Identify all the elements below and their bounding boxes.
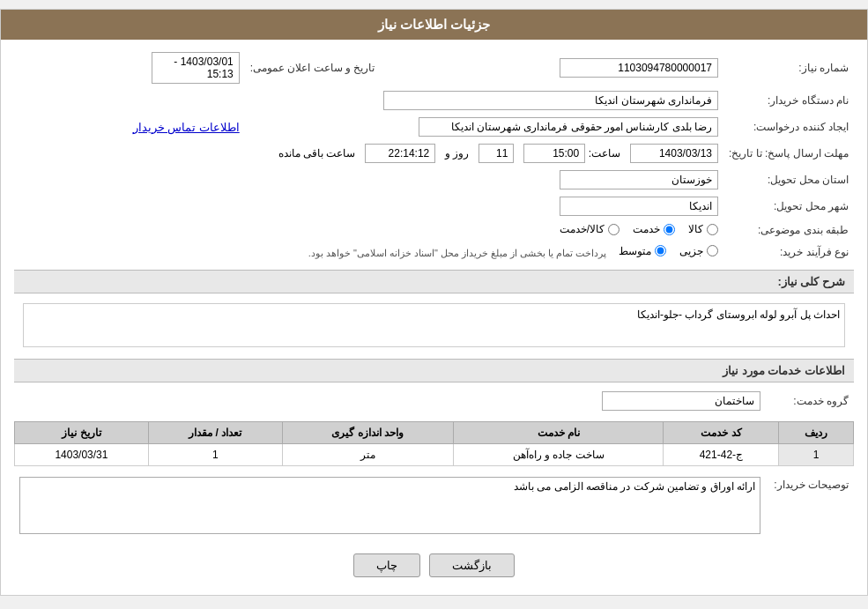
contact-link[interactable]: اطلاعات تماس خریدار [133, 121, 240, 134]
cell-qty: 1 [148, 444, 282, 466]
category-kala-label: کالا [688, 223, 703, 235]
city-label: شهر محل تحویل: [723, 193, 854, 219]
city-value: اندیکا [560, 197, 718, 216]
remaining-time: 22:14:12 [365, 144, 435, 163]
main-container: جزئیات اطلاعات نیاز شماره نیاز: 11030947… [0, 9, 868, 596]
buyer-org-label: نام دستگاه خریدار: [723, 87, 854, 114]
page-header: جزئیات اطلاعات نیاز [1, 10, 867, 40]
service-group-value: ساختمان [602, 391, 760, 411]
cell-name: ساخت جاده و راه‌آهن [454, 444, 664, 466]
col-header-date: تاریخ نیاز [15, 422, 149, 444]
category-option-both: کالا/خدمت [560, 223, 619, 235]
buyer-desc-label: توصیحات خریدار: [766, 473, 854, 540]
need-description-value: احداث پل آبرو لوله ابروستای گرداب -جلو-ا… [23, 303, 845, 347]
col-header-qty: تعداد / مقدار [148, 422, 282, 444]
service-group-form: گروه خدمت: ساختمان [14, 388, 854, 414]
purchase-type-jozii: جزیی [679, 245, 718, 257]
announce-date-cell: 1403/03/01 - 15:13 [14, 48, 245, 87]
page-title: جزئیات اطلاعات نیاز [378, 17, 490, 32]
buyer-desc-textarea[interactable] [19, 477, 760, 534]
need-number-value: 1103094780000017 [560, 58, 718, 78]
creator-value: رضا بلدی کارشناس امور حقوقی فرمانداری شه… [419, 117, 718, 137]
purchase-type-cell: جزیی متوسط پرداخت تمام یا بخشی از مبلغ خ… [14, 241, 723, 264]
category-kala-radio[interactable] [707, 224, 718, 235]
deadline-time: 15:00 [523, 144, 585, 163]
creator-label: ایجاد کننده درخواست: [723, 114, 854, 140]
province-cell: خوزستان [14, 167, 723, 193]
category-cell: کالا خدمت کالا/خدمت [14, 219, 723, 241]
purchase-jozii-radio[interactable] [707, 245, 718, 256]
remaining-time-label: ساعت باقی مانده [278, 147, 356, 160]
purchase-type-group: جزیی متوسط [619, 245, 718, 257]
services-label: اطلاعات خدمات مورد نیاز [723, 364, 845, 377]
cell-code: ج-42-421 [664, 444, 779, 466]
content-area: شماره نیاز: 1103094780000017 تاریخ و ساع… [1, 40, 867, 595]
category-radio-group: کالا خدمت کالا/خدمت [560, 223, 718, 235]
buyer-desc-cell [14, 473, 766, 540]
purchase-type-note: پرداخت تمام یا بخشی از مبلغ خریداز محل "… [308, 248, 607, 258]
buyer-org-value: فرمانداری شهرستان اندیکا [383, 91, 718, 110]
need-description-label: شرح کلی نیاز: [777, 275, 845, 288]
category-both-label: کالا/خدمت [560, 223, 605, 235]
category-khedmat-label: خدمت [633, 223, 660, 235]
category-label: طبقه بندی موضوعی: [723, 219, 854, 241]
cell-date: 1403/03/31 [15, 444, 149, 466]
category-option-khedmat: خدمت [633, 223, 675, 235]
col-header-row: ردیف [779, 422, 854, 444]
need-description-area-container: احداث پل آبرو لوله ابروستای گرداب -جلو-ا… [14, 299, 854, 352]
buyer-org-cell: فرمانداری شهرستان اندیکا [14, 87, 723, 114]
services-table: ردیف کد خدمت نام خدمت واحد اندازه گیری ت… [14, 421, 854, 466]
category-khedmat-radio[interactable] [664, 224, 675, 235]
back-button[interactable]: بازگشت [429, 553, 515, 577]
deadline-cell: 1403/03/13 ساعت: 15:00 11 روز و 22:14:12… [14, 140, 723, 167]
service-group-label: گروه خدمت: [766, 388, 854, 414]
announce-date-value: 1403/03/01 - 15:13 [152, 52, 240, 84]
need-number-cell: 1103094780000017 [380, 48, 723, 87]
need-description-section-title: شرح کلی نیاز: [14, 270, 854, 293]
province-label: استان محل تحویل: [723, 167, 854, 193]
deadline-days-label: روز و [445, 147, 469, 160]
deadline-date: 1403/03/13 [630, 144, 718, 163]
purchase-jozii-label: جزیی [679, 245, 703, 257]
announce-date-label: تاریخ و ساعت اعلان عمومی: [245, 48, 381, 87]
category-option-kala: کالا [688, 223, 718, 235]
purchase-type-label: نوع فرآیند خرید: [723, 241, 854, 264]
cell-unit: متر [282, 444, 453, 466]
cell-row: 1 [779, 444, 854, 466]
service-group-cell: ساختمان [14, 388, 766, 414]
city-cell: اندیکا [14, 193, 723, 219]
table-row: 1 ج-42-421 ساخت جاده و راه‌آهن متر 1 140… [15, 444, 854, 466]
button-area: بازگشت چاپ [14, 553, 854, 577]
purchase-type-motavasset: متوسط [619, 245, 666, 257]
top-form: شماره نیاز: 1103094780000017 تاریخ و ساع… [14, 48, 854, 263]
print-button[interactable]: چاپ [353, 553, 420, 577]
need-number-label: شماره نیاز: [723, 48, 854, 87]
deadline-time-label: ساعت: [589, 147, 620, 160]
contact-link-cell: اطلاعات تماس خریدار [14, 114, 245, 140]
purchase-motavasset-radio[interactable] [655, 245, 666, 256]
col-header-unit: واحد اندازه گیری [282, 422, 453, 444]
creator-cell: رضا بلدی کارشناس امور حقوقی فرمانداری شه… [245, 114, 723, 140]
category-both-radio[interactable] [608, 224, 619, 235]
deadline-label: مهلت ارسال پاسخ: تا تاریخ: [723, 140, 854, 167]
buyer-desc-form: توصیحات خریدار: [14, 473, 854, 540]
services-section-title: اطلاعات خدمات مورد نیاز [14, 359, 854, 382]
province-value: خوزستان [560, 170, 718, 189]
col-header-code: کد خدمت [664, 422, 779, 444]
purchase-motavasset-label: متوسط [619, 245, 651, 257]
deadline-days: 11 [479, 144, 514, 163]
col-header-name: نام خدمت [454, 422, 664, 444]
